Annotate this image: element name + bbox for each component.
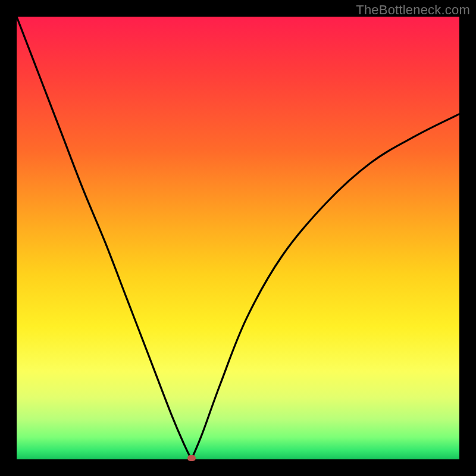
plot-area <box>17 17 459 459</box>
optimum-marker <box>187 455 196 461</box>
chart-frame: TheBottleneck.com <box>0 0 476 476</box>
bottleneck-curve <box>17 17 459 459</box>
curve-path <box>17 17 459 459</box>
watermark-text: TheBottleneck.com <box>356 2 470 18</box>
